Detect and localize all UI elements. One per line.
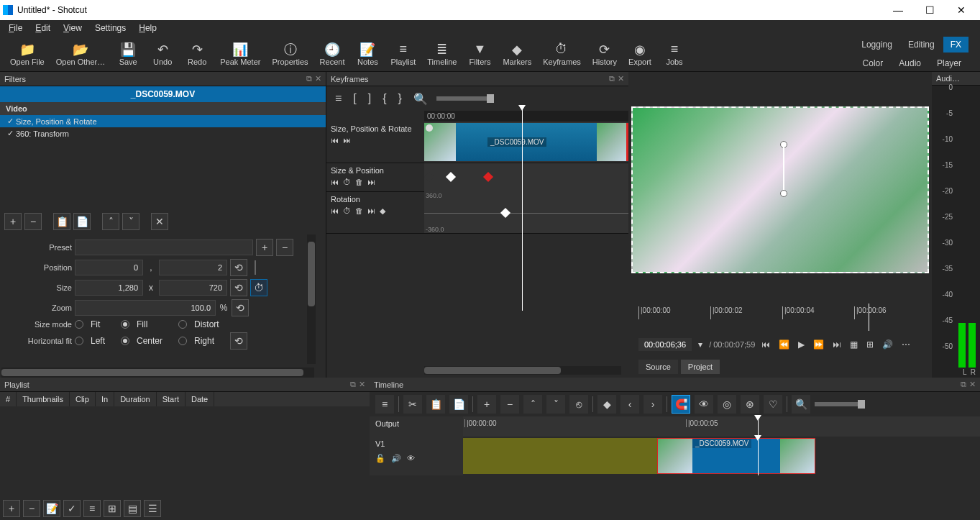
position-reset-button[interactable]: ⟲ xyxy=(230,259,247,276)
filter-category[interactable]: Video xyxy=(0,102,326,115)
tl-marker-button[interactable]: ◆ xyxy=(597,395,616,414)
tl-playhead[interactable] xyxy=(758,416,759,437)
menu-edit[interactable]: Edit xyxy=(29,22,56,35)
preset-select[interactable] xyxy=(75,240,253,255)
preview-ruler[interactable]: |00:00:00 |00:00:02 |00:00:04 |00:00:06 xyxy=(638,306,926,328)
kf-undock-icon[interactable]: ⧉ xyxy=(609,74,615,83)
pl-close-icon[interactable]: ✕ xyxy=(359,380,365,389)
source-tab[interactable]: Source xyxy=(638,360,678,374)
toolbar-save[interactable]: 💾Save xyxy=(111,39,145,69)
kf-next-button[interactable]: ⏭ xyxy=(343,136,351,145)
bracket-in-icon[interactable]: [ xyxy=(350,91,359,106)
pl-details-button[interactable]: ▤ xyxy=(124,500,141,517)
tl-prevmarker-button[interactable]: ‹ xyxy=(620,395,639,414)
maximize-button[interactable]: ☐ xyxy=(914,0,945,20)
kf-time-ruler[interactable]: 00:00:00 xyxy=(424,111,628,122)
deselect-button[interactable]: ✕ xyxy=(151,213,168,230)
playlist-col-clip[interactable]: Clip xyxy=(70,392,96,406)
kf-prev-button[interactable]: ⏮ xyxy=(331,136,339,145)
tl-lift-button[interactable]: ˄ xyxy=(523,395,542,414)
tl-append-button[interactable]: + xyxy=(477,395,496,414)
position-y-field[interactable]: 2 xyxy=(159,260,227,275)
distort-radio[interactable] xyxy=(178,320,187,329)
pl-menu-button[interactable]: ☰ xyxy=(144,500,161,517)
position-x-field[interactable]: 0 xyxy=(75,260,143,275)
playlist-col-thumbnails[interactable]: Thumbnails xyxy=(17,392,70,406)
skip-start-button[interactable]: ⏮ xyxy=(759,338,772,351)
playlist-col-in[interactable]: In xyxy=(96,392,114,406)
tl-split-button[interactable]: ⎋ xyxy=(569,395,588,414)
tl-close-icon[interactable]: ✕ xyxy=(969,380,976,389)
tl-menu-button[interactable]: ≡ xyxy=(375,395,394,414)
forward-button[interactable]: ⏩ xyxy=(811,338,826,351)
form-scrollbar[interactable] xyxy=(307,234,316,364)
tl-ripplemarkers-button[interactable]: ♡ xyxy=(764,395,782,414)
volume-button[interactable]: 🔊 xyxy=(880,338,895,351)
kf-p2-delete[interactable]: 🗑 xyxy=(355,206,363,216)
tl-nextmarker-button[interactable]: › xyxy=(644,395,662,414)
zoom-field[interactable]: 100.0 xyxy=(75,300,216,316)
mode-audio[interactable]: Audio xyxy=(892,55,928,71)
kf-playhead[interactable] xyxy=(522,109,523,311)
playlist-col-duration[interactable]: Duration xyxy=(114,392,157,406)
kf-p1-prev[interactable]: ⏮ xyxy=(331,178,339,186)
filter-item[interactable]: ✓360: Transform xyxy=(0,127,326,140)
toolbar-properties[interactable]: ⓘProperties xyxy=(266,39,313,69)
fit-radio[interactable] xyxy=(75,320,83,329)
track-hide-icon[interactable]: 👁 xyxy=(407,454,415,463)
close-button[interactable]: ✕ xyxy=(945,0,977,20)
toolbar-redo[interactable]: ↷Redo xyxy=(180,39,214,69)
toolbar-playlist[interactable]: ≡Playlist xyxy=(385,39,421,69)
tl-track-area[interactable]: _DSC0059.MOV xyxy=(463,437,980,475)
toolbar-keyframes[interactable]: ⏱Keyframes xyxy=(537,39,587,69)
tl-zoom-slider[interactable] xyxy=(815,402,865,406)
menu-help[interactable]: Help xyxy=(133,22,162,35)
kf-p2-nextkey[interactable]: ⏭ xyxy=(367,206,375,216)
tl-playhead-track[interactable] xyxy=(758,437,759,475)
center-radio[interactable] xyxy=(121,337,129,345)
mode-editing[interactable]: Editing xyxy=(901,37,942,53)
zoom-button[interactable]: ▦ xyxy=(848,338,860,351)
close-panel-icon[interactable]: ✕ xyxy=(315,74,321,83)
size-reset-button[interactable]: ⟲ xyxy=(230,279,247,296)
play-button[interactable]: ▶ xyxy=(796,338,807,351)
pl-add-button[interactable]: + xyxy=(3,500,20,517)
toolbar-filters[interactable]: ▼Filters xyxy=(462,39,497,69)
size-w-field[interactable]: 1,280 xyxy=(75,280,143,296)
minimize-button[interactable]: — xyxy=(882,0,914,20)
kf-hscrollbar[interactable] xyxy=(424,366,621,375)
preview-playhead[interactable] xyxy=(869,304,869,331)
toolbar-peak-meter[interactable]: 📊Peak Meter xyxy=(214,39,266,69)
hfit-reset-button[interactable]: ⟲ xyxy=(230,332,247,350)
kf-diamond-1[interactable] xyxy=(424,172,434,182)
tl-undock-icon[interactable]: ⧉ xyxy=(961,380,966,389)
timecode-step-icon[interactable]: ▾ xyxy=(696,338,705,351)
bracket-out-icon[interactable]: ] xyxy=(365,91,374,106)
more-button[interactable]: ⋯ xyxy=(899,338,912,351)
right-radio[interactable] xyxy=(178,337,187,345)
tl-rippleall-button[interactable]: ⊛ xyxy=(741,395,759,414)
project-tab[interactable]: Project xyxy=(681,360,720,374)
tl-ruler[interactable]: |00:00:00 |00:00:05 xyxy=(463,416,980,437)
mode-player[interactable]: Player xyxy=(930,55,968,71)
menu-settings[interactable]: Settings xyxy=(89,22,132,35)
tl-zoomout-button[interactable]: 🔍 xyxy=(792,395,810,414)
playlist-col-start[interactable]: Start xyxy=(157,392,186,406)
rewind-button[interactable]: ⏪ xyxy=(777,338,792,351)
pl-edit-button[interactable]: 📝 xyxy=(43,500,60,517)
kf-p2-timer[interactable]: ⏱ xyxy=(343,206,351,216)
pl-list-button[interactable]: ≡ xyxy=(83,500,101,517)
current-timecode[interactable]: 00:00:06;36 xyxy=(638,338,692,351)
toolbar-open-other-[interactable]: 📂Open Other… xyxy=(50,39,111,69)
move-up-button[interactable]: ˄ xyxy=(102,213,119,230)
kf-p2-track[interactable]: 360.0 -360.0 xyxy=(424,192,628,233)
undock-icon[interactable]: ⧉ xyxy=(306,74,312,83)
tl-overwrite-button[interactable]: ˅ xyxy=(546,395,565,414)
toolbar-markers[interactable]: ◆Markers xyxy=(497,39,537,69)
kf-diamond-3[interactable] xyxy=(483,172,493,182)
tl-clip-transition[interactable] xyxy=(463,438,657,474)
toolbar-history[interactable]: ⟳History xyxy=(587,39,623,69)
playlist-col-#[interactable]: # xyxy=(0,392,17,406)
kf-p1-next[interactable]: ⏭ xyxy=(367,178,375,186)
tl-paste-button[interactable]: 📄 xyxy=(449,395,468,414)
